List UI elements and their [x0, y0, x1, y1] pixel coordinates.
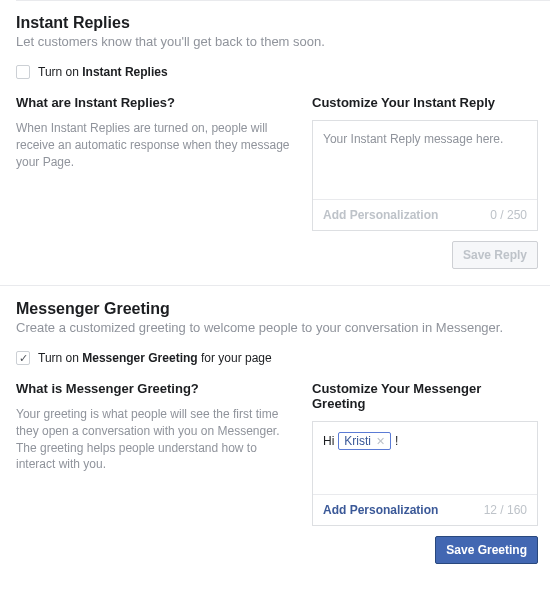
save-greeting-button[interactable]: Save Greeting	[435, 536, 538, 564]
personalization-tag[interactable]: Kristi ✕	[338, 432, 391, 450]
instant-replies-section: Instant Replies Let customers know that …	[16, 14, 534, 285]
greeting-prefix: Hi	[323, 434, 334, 448]
messenger-greeting-textbox[interactable]: Hi Kristi ✕ ! Add Personalization 12 / 1…	[312, 421, 538, 526]
instant-reply-placeholder: Your Instant Reply message here.	[323, 132, 503, 146]
instant-replies-title: Instant Replies	[16, 14, 534, 32]
instant-reply-counter: 0 / 250	[490, 208, 527, 222]
save-reply-button[interactable]: Save Reply	[452, 241, 538, 269]
instant-replies-checkbox-label: Turn on Instant Replies	[38, 65, 168, 79]
messenger-greeting-checkbox[interactable]	[16, 351, 30, 365]
top-divider	[16, 0, 550, 1]
customize-instant-reply-title: Customize Your Instant Reply	[312, 95, 538, 110]
add-personalization-greeting[interactable]: Add Personalization	[323, 503, 438, 517]
instant-replies-checkbox[interactable]	[16, 65, 30, 79]
what-is-messenger-greeting-title: What is Messenger Greeting?	[16, 381, 296, 396]
instant-reply-textbox[interactable]: Your Instant Reply message here. Add Per…	[312, 120, 538, 231]
tag-name: Kristi	[344, 434, 371, 448]
messenger-greeting-checkbox-label: Turn on Messenger Greeting for your page	[38, 351, 272, 365]
customize-messenger-greeting-title: Customize Your Messenger Greeting	[312, 381, 538, 411]
what-is-messenger-greeting-desc: Your greeting is what people will see th…	[16, 406, 296, 473]
messenger-greeting-subtitle: Create a customized greeting to welcome …	[16, 320, 534, 335]
messenger-greeting-counter: 12 / 160	[484, 503, 527, 517]
messenger-greeting-section: Messenger Greeting Create a customized g…	[16, 286, 534, 580]
greeting-suffix: !	[395, 434, 398, 448]
instant-replies-subtitle: Let customers know that you'll get back …	[16, 34, 534, 49]
messenger-greeting-title: Messenger Greeting	[16, 300, 534, 318]
tag-remove-icon[interactable]: ✕	[376, 435, 385, 448]
add-personalization-instant[interactable]: Add Personalization	[323, 208, 438, 222]
what-are-instant-replies-desc: When Instant Replies are turned on, peop…	[16, 120, 296, 170]
what-are-instant-replies-title: What are Instant Replies?	[16, 95, 296, 110]
